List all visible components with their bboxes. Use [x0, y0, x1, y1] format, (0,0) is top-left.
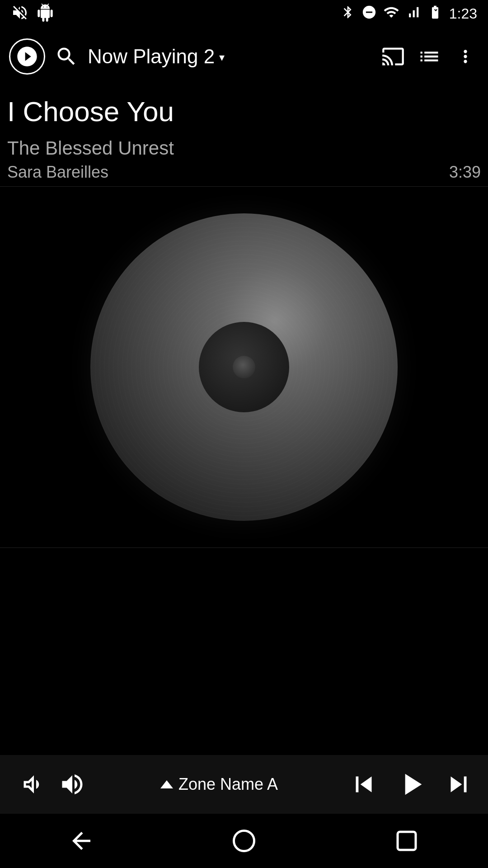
previous-track-button[interactable]	[348, 769, 380, 800]
nav-bar	[0, 814, 488, 868]
album-name: The Blessed Unrest	[7, 137, 481, 159]
mute-icon	[11, 4, 29, 24]
bluetooth-icon	[341, 5, 355, 23]
wifi-icon	[383, 4, 399, 24]
zone-info[interactable]: Zone Name A	[95, 775, 343, 794]
signal-icon	[406, 5, 421, 23]
svg-point-0	[234, 831, 254, 851]
cd-hole	[233, 356, 255, 378]
dropdown-arrow-icon: ▾	[219, 51, 225, 64]
song-duration: 3:39	[449, 163, 481, 182]
app-logo-button[interactable]	[9, 38, 45, 75]
queue-button[interactable]	[416, 43, 443, 70]
cd-disc	[90, 213, 398, 521]
battery-icon	[427, 5, 443, 23]
volume-down-button[interactable]	[14, 766, 50, 802]
now-playing-label: Now Playing 2	[88, 45, 215, 68]
album-art	[0, 186, 488, 548]
zone-up-arrow-icon	[160, 780, 173, 788]
now-playing-title-button[interactable]: Now Playing 2 ▾	[88, 45, 371, 68]
controls-bar: Zone Name A	[0, 755, 488, 814]
time-display: 1:23	[449, 5, 477, 22]
search-button[interactable]	[54, 44, 79, 69]
status-bar: 1:23	[0, 0, 488, 27]
android-icon	[36, 4, 54, 24]
home-button[interactable]	[221, 818, 267, 863]
do-not-disturb-icon	[361, 5, 377, 23]
next-track-button[interactable]	[443, 769, 474, 800]
app-bar: Now Playing 2 ▾	[0, 27, 488, 86]
overflow-menu-button[interactable]	[452, 43, 479, 70]
song-title: I Choose You	[7, 95, 481, 128]
back-button[interactable]	[59, 818, 104, 863]
recents-button[interactable]	[384, 818, 429, 863]
volume-up-button[interactable]	[54, 766, 90, 802]
cd-center	[199, 322, 289, 412]
zone-name-label: Zone Name A	[178, 775, 278, 794]
artist-name: Sara Bareilles	[7, 163, 108, 182]
svg-rect-1	[398, 832, 416, 850]
cast-button[interactable]	[380, 43, 407, 70]
play-button[interactable]	[393, 766, 429, 802]
song-info: I Choose You The Blessed Unrest Sara Bar…	[0, 86, 488, 186]
